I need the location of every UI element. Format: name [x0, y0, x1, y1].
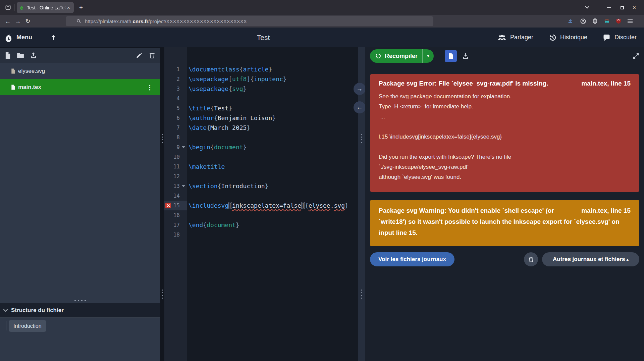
outline-item-Introduction[interactable]: Introduction — [9, 320, 46, 332]
upload-project-button[interactable] — [44, 28, 63, 47]
file-menu-kebab-icon[interactable]: ⋮ — [147, 79, 153, 95]
code-line-16[interactable] — [189, 210, 358, 220]
outline-list: Introduction — [0, 318, 160, 361]
gutter-line-15[interactable]: 15 — [164, 201, 187, 210]
gutter-line-3[interactable]: 3 — [164, 84, 187, 94]
upload-file-button[interactable] — [28, 50, 38, 60]
browser-tab[interactable]: Test - Online LaTeX Editor × — [17, 2, 74, 13]
error-body: See the svg package documentation for ex… — [379, 92, 631, 182]
downloads-icon[interactable] — [566, 17, 575, 25]
clear-cache-trash-button[interactable] — [524, 252, 538, 266]
window-minimize-button[interactable] — [604, 4, 614, 11]
back-button[interactable]: ← — [3, 15, 13, 28]
gutter-line-12[interactable]: 12 — [164, 171, 187, 181]
gutter-line-17[interactable]: 17 — [164, 220, 187, 230]
tab-close-icon[interactable]: × — [67, 5, 70, 10]
error-location-link[interactable]: main.tex, line 15 — [581, 80, 631, 87]
tab-separator — [14, 4, 14, 11]
new-tab-button[interactable]: + — [76, 3, 86, 12]
forward-button[interactable]: → — [13, 15, 23, 28]
code-line-1[interactable]: \documentclass{article} — [189, 64, 358, 74]
editor-left-resizer[interactable] — [160, 47, 164, 361]
code-line-8[interactable] — [189, 133, 358, 142]
outline-header[interactable]: Structure du fichier — [0, 303, 160, 318]
menu-hamburger-icon[interactable] — [625, 17, 635, 25]
window-maximize-button[interactable] — [617, 4, 627, 11]
code-editor[interactable]: 123456789101112131415161718 \documentcla… — [164, 47, 358, 361]
line-number: 1 — [164, 66, 180, 72]
editor-code[interactable]: \documentclass{article}\usepackage[utf8]… — [187, 47, 358, 361]
code-line-17[interactable]: \end{document} — [189, 220, 358, 230]
gutter-line-7[interactable]: 7 — [164, 123, 187, 133]
gutter-line-5[interactable]: 5 — [164, 103, 187, 113]
code-line-9[interactable]: \begin{document} — [189, 142, 358, 152]
account-icon[interactable] — [578, 17, 588, 25]
code-line-13[interactable]: \section{Introduction} — [189, 181, 358, 191]
code-line-11[interactable]: \maketitle — [189, 162, 358, 171]
new-folder-button[interactable] — [15, 50, 25, 60]
line-number: 2 — [164, 76, 180, 82]
gutter-line-1[interactable]: 1 — [164, 64, 187, 74]
panel-resize-handle[interactable] — [0, 298, 160, 303]
file-item-main.tex[interactable]: main.tex⋮ — [0, 79, 160, 95]
line-number: 18 — [164, 231, 180, 238]
fold-caret-icon[interactable] — [182, 146, 185, 148]
ublock-shield-icon[interactable]: UO — [614, 17, 623, 25]
view-logs-button[interactable]: Voir les fichiers journaux — [370, 252, 454, 266]
log-warning-entry[interactable]: main.tex, line 15 Package svg Warning: Y… — [370, 200, 639, 246]
gutter-line-10[interactable]: 10 — [164, 152, 187, 162]
menu-button[interactable]: Menu — [5, 28, 32, 47]
history-button[interactable]: Historique — [541, 28, 595, 47]
recompile-button[interactable]: Recompiler ▾ — [370, 49, 434, 63]
expand-icon[interactable] — [631, 51, 641, 61]
url-path: /project/XXXXXXXXXXXXXXXXXXXXXXXX — [148, 18, 247, 24]
file-name: elysee.svg — [18, 68, 45, 74]
warning-location-link[interactable]: main.tex, line 15 — [581, 205, 631, 216]
chat-button[interactable]: Discuter — [595, 28, 644, 47]
new-file-button[interactable] — [3, 50, 13, 60]
gutter-line-14[interactable]: 14 — [164, 191, 187, 201]
download-pdf-icon[interactable] — [460, 50, 472, 62]
extension-glasses-icon[interactable] — [602, 17, 611, 25]
code-line-15[interactable]: \includesvg[inkscapelatex=false]{elysee.… — [189, 201, 358, 210]
code-line-10[interactable] — [189, 152, 358, 162]
gutter-line-18[interactable]: 18 — [164, 230, 187, 240]
url-bar[interactable]: https://plmlatex.math.cnrs.fr/project/XX… — [66, 16, 433, 26]
window-close-button[interactable]: × — [629, 4, 639, 11]
go-to-code-button[interactable]: ← — [354, 101, 366, 113]
code-line-2[interactable]: \usepackage[utf8]{inputenc} — [189, 74, 358, 84]
recompile-dropdown[interactable]: ▾ — [422, 49, 434, 63]
code-line-14[interactable] — [189, 191, 358, 201]
gutter-line-8[interactable]: 8 — [164, 133, 187, 142]
gutter-line-13[interactable]: 13 — [164, 181, 187, 191]
extensions-puzzle-icon[interactable] — [590, 17, 600, 25]
firefox-view-icon[interactable] — [3, 3, 13, 12]
share-button[interactable]: Partager — [490, 28, 541, 47]
code-line-7[interactable]: \date{March 2025} — [189, 123, 358, 133]
reload-button[interactable]: ↻ — [23, 15, 33, 28]
view-pdf-button[interactable] — [445, 50, 457, 62]
other-logs-button[interactable]: Autres journaux et fichiers ▴ — [542, 252, 639, 266]
code-line-12[interactable] — [189, 171, 358, 181]
line-number: 6 — [164, 115, 180, 121]
gutter-line-11[interactable]: 11 — [164, 162, 187, 171]
code-line-4[interactable] — [189, 94, 358, 103]
other-logs-label: Autres journaux et fichiers — [553, 256, 625, 263]
tab-list-chevron-icon[interactable] — [584, 5, 590, 10]
code-line-6[interactable]: \author{Benjamin Loison} — [189, 113, 358, 123]
gutter-line-16[interactable]: 16 — [164, 210, 187, 220]
gutter-line-2[interactable]: 2 — [164, 74, 187, 84]
editor-gutter: 123456789101112131415161718 — [164, 47, 187, 361]
code-line-18[interactable] — [189, 230, 358, 240]
go-to-pdf-button[interactable]: → — [354, 83, 366, 95]
gutter-line-9[interactable]: 9 — [164, 142, 187, 152]
gutter-line-4[interactable]: 4 — [164, 94, 187, 103]
file-item-elysee.svg[interactable]: elysee.svg — [0, 63, 160, 79]
gutter-line-6[interactable]: 6 — [164, 113, 187, 123]
log-error-entry[interactable]: Package svg Error: File `elysee_svg-raw.… — [370, 74, 639, 192]
delete-trash-icon[interactable] — [147, 50, 157, 60]
fold-caret-icon[interactable] — [182, 185, 185, 187]
rename-pencil-icon[interactable] — [134, 50, 144, 60]
code-line-5[interactable]: \title{Test} — [189, 103, 358, 113]
code-line-3[interactable]: \usepackage{svg} — [189, 84, 358, 94]
